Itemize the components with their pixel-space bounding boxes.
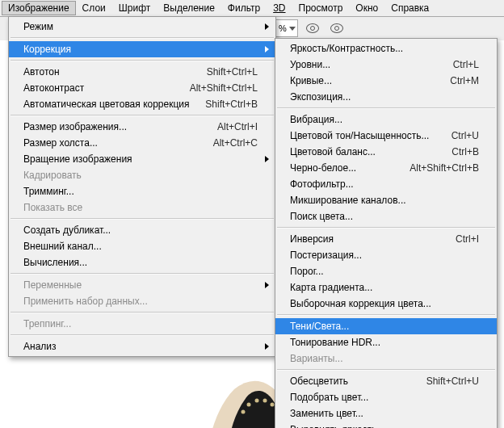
item-analysis[interactable]: Анализ: [9, 338, 275, 355]
item-hue[interactable]: Цветовой тон/Насыщенность...Ctrl+U: [275, 128, 497, 144]
item-hdr[interactable]: Тонирование HDR...: [275, 334, 497, 350]
svg-point-2: [263, 399, 267, 403]
svg-point-1: [255, 399, 259, 403]
image-menu-dropdown: Режим Коррекция АвтотонShift+Ctrl+L Авто…: [8, 16, 276, 357]
menu-window[interactable]: Окно: [349, 1, 384, 15]
menu-image[interactable]: Изображение: [2, 1, 76, 15]
menu-filter[interactable]: Фильтр: [221, 1, 267, 15]
adjustments-submenu: Яркость/Контрастность... Уровни...Ctrl+L…: [275, 38, 498, 428]
item-selective[interactable]: Выборочная коррекция цвета...: [275, 296, 497, 312]
item-lookup[interactable]: Поиск цвета...: [275, 208, 497, 224]
item-photo[interactable]: Фотофильтр...: [275, 176, 497, 192]
item-rotate[interactable]: Вращение изображения: [9, 151, 275, 167]
item-poster[interactable]: Постеризация...: [275, 247, 497, 263]
separator: [277, 107, 495, 109]
svg-point-0: [247, 403, 251, 407]
eye-icon: [306, 23, 319, 33]
item-equalize[interactable]: Выровнять яркость: [275, 422, 497, 428]
item-brightness[interactable]: Яркость/Контрастность...: [275, 40, 497, 57]
separator: [10, 312, 274, 313]
separator: [277, 314, 495, 316]
chevron-down-icon: [289, 27, 296, 31]
item-exposure[interactable]: Экспозиция...: [275, 89, 497, 105]
item-duplicate[interactable]: Создать дубликат...: [9, 222, 275, 238]
eye-icon: [330, 23, 343, 33]
item-levels[interactable]: Уровни...Ctrl+L: [275, 57, 497, 73]
svg-point-5: [242, 410, 246, 414]
svg-point-3: [271, 403, 275, 407]
item-adjustments[interactable]: Коррекция: [9, 41, 275, 57]
item-gradient[interactable]: Карта градиента...: [275, 279, 497, 296]
item-balance[interactable]: Цветовой баланс...Ctrl+B: [275, 144, 497, 160]
separator: [10, 218, 274, 220]
separator: [277, 369, 495, 371]
item-threshold[interactable]: Порог...: [275, 263, 497, 279]
separator: [10, 37, 274, 39]
item-autocontrast[interactable]: АвтоконтрастAlt+Shift+Ctrl+L: [9, 80, 275, 96]
item-trap[interactable]: Треппинг...: [9, 316, 275, 332]
pct-suffix: %: [279, 23, 287, 33]
item-autotone[interactable]: АвтотонShift+Ctrl+L: [9, 64, 275, 80]
item-mixer[interactable]: Микширование каналов...: [275, 192, 497, 208]
menu-select[interactable]: Выделение: [157, 1, 221, 15]
item-vars[interactable]: Переменные: [9, 277, 275, 293]
item-imagesize[interactable]: Размер изображения...Alt+Ctrl+I: [9, 119, 275, 135]
separator: [277, 227, 495, 229]
menu-view[interactable]: Просмотр: [292, 1, 350, 15]
item-mode[interactable]: Режим: [9, 19, 275, 35]
separator: [10, 334, 274, 336]
item-bw[interactable]: Черно-белое...Alt+Shift+Ctrl+B: [275, 160, 497, 176]
item-variants[interactable]: Варианты...: [275, 350, 497, 367]
item-applyset[interactable]: Применить набор данных...: [9, 293, 275, 309]
view-icon-1[interactable]: [303, 19, 322, 37]
item-revealall[interactable]: Показать все: [9, 199, 275, 216]
separator: [10, 60, 274, 61]
item-canvassize[interactable]: Размер холста...Alt+Ctrl+C: [9, 135, 275, 151]
item-shadows-highlights[interactable]: Тени/Света...: [275, 318, 497, 334]
item-match[interactable]: Подобрать цвет...: [275, 389, 497, 405]
menu-layers[interactable]: Слои: [76, 1, 112, 15]
menu-type[interactable]: Шрифт: [112, 1, 157, 15]
item-calc[interactable]: Вычисления...: [9, 254, 275, 271]
menubar: Изображение Слои Шрифт Выделение Фильтр …: [0, 0, 504, 17]
item-curves[interactable]: Кривые...Ctrl+M: [275, 73, 497, 89]
pct-dropdown[interactable]: %: [275, 19, 298, 37]
item-apply[interactable]: Внешний канал...: [9, 238, 275, 254]
menu-3d[interactable]: 3D: [267, 1, 292, 15]
separator: [10, 273, 274, 275]
item-trim[interactable]: Тримминг...: [9, 183, 275, 199]
item-crop[interactable]: Кадрировать: [9, 167, 275, 183]
separator: [10, 115, 274, 116]
item-replace[interactable]: Заменить цвет...: [275, 405, 497, 422]
item-inversion[interactable]: ИнверсияCtrl+I: [275, 231, 497, 247]
item-vibrance[interactable]: Вибрация...: [275, 111, 497, 128]
view-icon-2[interactable]: [327, 19, 346, 37]
item-desat[interactable]: ОбесцветитьShift+Ctrl+U: [275, 373, 497, 389]
menu-help[interactable]: Справка: [384, 1, 435, 15]
item-autocolor[interactable]: Автоматическая цветовая коррекцияShift+C…: [9, 96, 275, 112]
